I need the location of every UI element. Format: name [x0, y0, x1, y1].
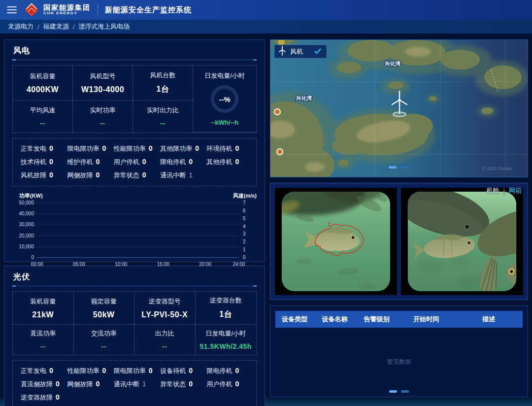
wind-status-item: 性能限功率 0: [114, 144, 160, 153]
gauge-value: --kWh/--h: [211, 119, 238, 126]
tab-separator: |: [503, 187, 505, 195]
panel-divider: [12, 286, 257, 286]
chip-label: 风机: [290, 48, 303, 55]
status-value: 1: [142, 380, 146, 388]
right-axis-title: 风速(m/s): [233, 192, 257, 200]
wind-status-item: 其他停机 0: [207, 158, 253, 167]
status-label: 限电限功率: [114, 367, 146, 375]
status-label: 性能限功率: [67, 367, 99, 375]
map-panel[interactable]: 兴化湾 兴化湾: [270, 39, 528, 177]
svg-text:兴化湾: 兴化湾: [296, 95, 312, 101]
map-attribution: © 2022 Google: [482, 166, 512, 171]
satellite-map[interactable]: 兴化湾 兴化湾: [270, 40, 528, 177]
wind-stat-cell: 实时功率 --: [73, 101, 133, 133]
stat-value: 1台: [134, 84, 192, 95]
stat-value: LY-PVI-50-X: [135, 310, 194, 319]
video-feed-2: [401, 188, 523, 295]
wind-status-item: 风机故障 0: [21, 171, 67, 180]
axis-tick: 0: [243, 255, 257, 260]
pagination-dash[interactable]: [401, 390, 409, 393]
tab-net-cage[interactable]: 网箱: [509, 186, 522, 195]
pv-status-item: 正常发电 0: [21, 367, 67, 375]
status-label: 通讯中断: [160, 171, 186, 180]
axis-tick: 30,000: [12, 222, 34, 227]
pv-status-item: 异常状态 0: [160, 380, 206, 389]
status-label: 技术待机: [21, 158, 46, 167]
pv-status-item: 直流侧故障 0: [21, 380, 67, 389]
left-axis-ticks: 50,00040,00030,00020,00010,0000: [12, 200, 37, 260]
right-axis-ticks: 76543210: [239, 200, 257, 260]
status-label: 限电停机: [207, 367, 233, 375]
status-value: 0: [96, 171, 100, 179]
stat-label: 实时功率: [74, 106, 132, 115]
alarm-table-panel: 设备类型设备名称告警级别开始时间描述 暂无数据: [270, 305, 528, 397]
tab-nacelle[interactable]: 机舱: [487, 186, 499, 195]
pv-status-item: 设备待机 0: [160, 367, 206, 375]
status-value: 0: [49, 158, 53, 166]
breadcrumb-separator: /: [37, 23, 39, 31]
axis-tick: 5: [243, 216, 257, 221]
brand-name-en: CHN ENERGY: [43, 11, 91, 16]
axis-tick: 15:00: [157, 262, 169, 267]
stat-label: 交流功率: [75, 329, 133, 338]
status-value: 0: [102, 367, 106, 374]
pv-status-item: 通讯中断 1: [114, 380, 160, 389]
status-value: 0: [96, 158, 100, 166]
breadcrumb-item-site[interactable]: 漂浮式海上风电场: [78, 22, 130, 31]
status-value: 0: [235, 380, 239, 388]
axis-tick: 10:00: [115, 262, 127, 267]
stat-label: 逆变器台数: [197, 296, 256, 305]
status-label: 限电停机: [160, 158, 186, 167]
alarm-table-body: 暂无数据: [275, 328, 523, 388]
alarm-column-header: 设备类型: [275, 315, 314, 324]
breadcrumb-item-company[interactable]: 龙源电力: [8, 22, 33, 31]
status-value: 0: [142, 158, 146, 166]
wind-status-item: 环境待机 0: [207, 144, 253, 153]
status-value: 0: [149, 144, 153, 152]
axis-tick: 40,000: [12, 211, 34, 216]
wind-panel-title: 风电: [12, 44, 257, 60]
wind-stat-cell: 实时出力比 --: [133, 101, 193, 133]
pagination-dash[interactable]: [389, 390, 397, 393]
status-label: 直流侧故障: [21, 380, 53, 389]
status-label: 其他停机: [207, 158, 233, 167]
breadcrumb-item-region[interactable]: 福建龙源: [43, 22, 69, 31]
pv-stat-cell: 出力比 --: [134, 325, 196, 355]
pv-stat-cell: 逆变器型号 LY-PVI-50-X: [134, 292, 196, 325]
pv-status-item: 限电限功率 0: [114, 367, 160, 375]
map-layer-chip-turbine[interactable]: 风机: [274, 45, 327, 58]
status-value: 0: [56, 380, 60, 388]
status-label: 限电限功率: [67, 144, 99, 153]
brand-name-cn: 国家能源集团: [43, 4, 91, 11]
status-value: 0: [195, 144, 199, 152]
axis-tick: 20:00: [199, 262, 211, 267]
wind-stat-cell: 风机台数 1台: [133, 66, 193, 101]
pv-panel-title: 光伏: [12, 270, 257, 286]
stat-label: 出力比: [135, 329, 194, 338]
axis-tick: 00:00: [31, 262, 43, 267]
stat-label: 平均风速: [14, 106, 71, 115]
pv-stats-grid: 装机容量 21kW 额定容量 50kW 逆变器型号 LY-PVI-50-X 逆变…: [12, 291, 257, 355]
underwater-video-panel: 机舱 | 网箱: [270, 183, 528, 300]
stat-label: 风机台数: [134, 71, 192, 80]
brand-logo-block: 国家能源集团 CHN ENERGY: [24, 2, 91, 18]
stat-value: 51.5KWh/2.45h: [197, 342, 256, 350]
stat-value: --: [134, 119, 192, 127]
status-label: 逆变器故障: [21, 393, 53, 402]
status-value: 0: [49, 144, 53, 152]
menu-icon[interactable]: [7, 6, 17, 13]
status-label: 风机故障: [21, 171, 46, 180]
status-label: 异常状态: [114, 171, 139, 180]
status-label: 性能限功率: [114, 144, 146, 153]
breadcrumb-separator: /: [73, 23, 75, 31]
wind-status-item: 维护停机 0: [67, 158, 113, 167]
stat-label: 实时出力比: [134, 106, 192, 115]
pv-stat-cell: 直流功率 --: [13, 325, 74, 355]
wind-status-item: 通讯中断 1: [160, 171, 206, 180]
empty-state-text: 暂无数据: [387, 357, 411, 366]
wind-power-chart: 功率(KW) 风速(m/s) 50,00040,00030,00020,0001…: [12, 192, 257, 279]
alarm-column-header: 描述: [455, 315, 523, 324]
video-view-tabs: 机舱 | 网箱: [487, 186, 522, 195]
wind-status-item: 网侧故障 0: [67, 171, 113, 180]
daily-generation-gauge: 日发电量/小时 --% --kWh/--h: [193, 66, 256, 133]
